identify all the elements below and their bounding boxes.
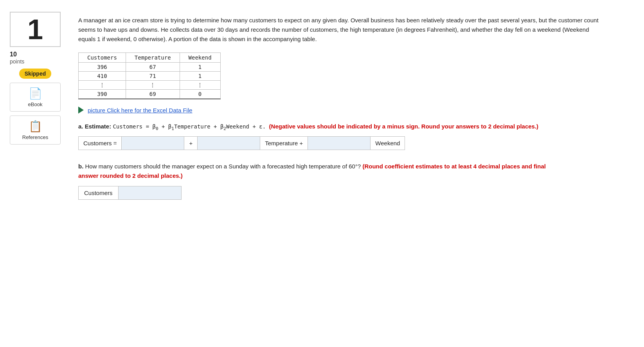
part-b-text: b. How many customers should the manager… bbox=[78, 162, 548, 181]
cell-customers-ellipsis: ⋮ bbox=[79, 81, 126, 90]
customers-answer-row: Customers bbox=[78, 186, 182, 200]
points-label: 10 points bbox=[10, 51, 61, 65]
question-number: 1 bbox=[27, 13, 43, 45]
part-a-red-instruction: (Negative values should be indicated by … bbox=[269, 123, 539, 130]
data-table: Customers Temperature Weekend 396 67 1 4… bbox=[78, 52, 221, 99]
skipped-badge: Skipped bbox=[19, 69, 51, 79]
table-row: 410 71 1 bbox=[79, 72, 221, 81]
col-header-weekend: Weekend bbox=[180, 53, 220, 63]
cell-temp-ellipsis: ⋮ bbox=[126, 81, 180, 90]
excel-icon bbox=[78, 107, 84, 114]
cell-weekend-2: 1 bbox=[180, 72, 220, 81]
ebook-button[interactable]: 📄 eBook bbox=[10, 83, 61, 112]
beta2-input[interactable] bbox=[308, 137, 371, 150]
references-button[interactable]: 📋 References bbox=[10, 116, 61, 145]
part-b-question: How many customers should the manager ex… bbox=[85, 163, 363, 170]
equation-row: Customers = + Temperature + Weekend bbox=[78, 136, 405, 150]
cell-temp-last: 69 bbox=[126, 90, 180, 99]
part-a-label: a. Estimate: Customers = β0 + β1Temperat… bbox=[78, 121, 628, 132]
table-row-ellipsis: ⋮ ⋮ ⋮ bbox=[79, 81, 221, 90]
beta0-input[interactable] bbox=[122, 137, 184, 150]
beta1-input[interactable] bbox=[198, 137, 260, 150]
points-value: 10 bbox=[10, 51, 17, 58]
part-b-section: b. How many customers should the manager… bbox=[78, 162, 628, 200]
part-b-bold: b. bbox=[78, 163, 83, 170]
sidebar: 1 10 points Skipped 📄 eBook 📋 References bbox=[0, 8, 70, 339]
customers-answer-input[interactable] bbox=[119, 186, 181, 199]
customers-answer-label: Customers bbox=[79, 186, 119, 199]
excel-link-text: picture Click here for the Excel Data Fi… bbox=[88, 107, 192, 114]
points-word: points bbox=[10, 58, 24, 65]
cell-temp-2: 71 bbox=[126, 72, 180, 81]
question-number-box: 1 bbox=[10, 12, 61, 47]
formula-inline: Customers = β0 + β1Temperature + β2Weeke… bbox=[113, 123, 269, 130]
col-header-temperature: Temperature bbox=[126, 53, 180, 63]
references-icon: 📋 bbox=[29, 120, 42, 133]
main-content: A manager at an ice cream store is tryin… bbox=[70, 8, 644, 339]
cell-customers-2: 410 bbox=[79, 72, 126, 81]
temperature-plus-label: Temperature + bbox=[260, 137, 308, 150]
cell-customers-last: 390 bbox=[79, 90, 126, 99]
ebook-icon: 📄 bbox=[29, 87, 42, 100]
cell-temp-1: 67 bbox=[126, 63, 180, 72]
problem-text: A manager at an ice cream store is tryin… bbox=[78, 16, 606, 44]
table-row: 390 69 0 bbox=[79, 90, 221, 99]
cell-customers-1: 396 bbox=[79, 63, 126, 72]
part-a-bold: a. Estimate: bbox=[78, 123, 111, 130]
cell-weekend-last: 0 bbox=[180, 90, 220, 99]
cell-weekend-ellipsis: ⋮ bbox=[180, 81, 220, 90]
cell-weekend-1: 1 bbox=[180, 63, 220, 72]
plus-label: + bbox=[184, 137, 198, 150]
ebook-label: eBook bbox=[28, 101, 43, 107]
table-row: 396 67 1 bbox=[79, 63, 221, 72]
part-a-section: a. Estimate: Customers = β0 + β1Temperat… bbox=[78, 121, 628, 150]
excel-link[interactable]: picture Click here for the Excel Data Fi… bbox=[78, 107, 628, 114]
references-label: References bbox=[22, 134, 48, 140]
customers-equals-label: Customers = bbox=[79, 137, 122, 150]
weekend-label: Weekend bbox=[371, 137, 405, 150]
col-header-customers: Customers bbox=[79, 53, 126, 63]
